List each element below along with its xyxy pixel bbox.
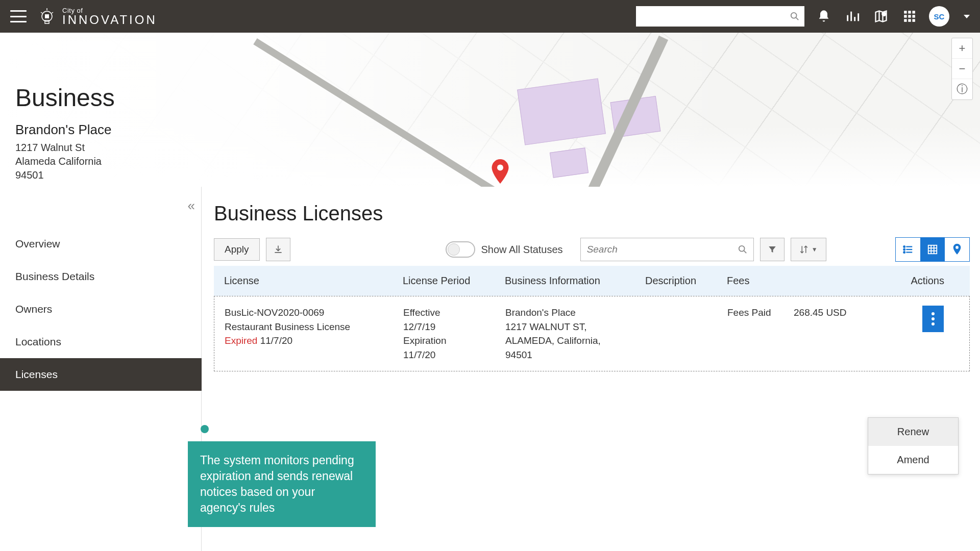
effective-date: 12/7/19 <box>403 320 505 334</box>
grid-view-button[interactable] <box>920 238 945 261</box>
filter-button[interactable] <box>760 238 785 261</box>
svg-rect-16 <box>908 11 911 13</box>
svg-rect-21 <box>904 19 906 21</box>
sidebar-item-business-details[interactable]: Business Details <box>0 260 201 293</box>
col-business-info: Business Information <box>505 275 645 287</box>
top-bar: City of INNOVATION SC <box>0 0 980 33</box>
brand-title: INNOVATION <box>62 14 157 26</box>
page-title: Business Licenses <box>214 202 970 225</box>
apps-icon[interactable] <box>900 7 919 26</box>
business-address-line1: 1217 Walnut St <box>15 141 980 155</box>
license-status: Expired <box>225 335 257 346</box>
lightbulb-icon <box>37 6 57 27</box>
svg-line-4 <box>52 12 53 13</box>
svg-point-31 <box>903 249 905 251</box>
toggle-label: Show All Statuses <box>481 244 563 256</box>
notifications-icon[interactable] <box>815 7 833 26</box>
sort-button[interactable]: ▼ <box>791 238 826 261</box>
table-search-input[interactable] <box>587 244 738 255</box>
table-header: License License Period Business Informat… <box>214 266 970 296</box>
col-description: Description <box>645 275 727 287</box>
analytics-icon[interactable] <box>843 7 862 26</box>
row-biz-addr1: 1217 WALNUT ST, <box>505 320 646 334</box>
license-status-date: 11/7/20 <box>260 335 292 346</box>
svg-rect-19 <box>908 15 911 17</box>
user-menu-caret[interactable] <box>964 15 970 18</box>
svg-point-25 <box>739 246 744 252</box>
menu-button[interactable] <box>10 10 27 22</box>
map-view-button[interactable] <box>945 238 969 261</box>
row-action-menu: Renew Amend <box>868 417 959 474</box>
map-hero: + − ⓘ Business Brandon's Place 1217 Waln… <box>0 33 980 187</box>
row-biz-name: Brandon's Place <box>505 306 646 320</box>
sidebar-item-locations[interactable]: Locations <box>0 325 201 358</box>
row-amount: 268.45 USD <box>794 306 875 320</box>
effective-label: Effective <box>403 306 505 320</box>
svg-rect-23 <box>912 19 915 21</box>
global-search[interactable] <box>636 6 804 27</box>
svg-rect-5 <box>45 14 49 18</box>
svg-point-30 <box>903 246 905 247</box>
row-biz-addr2: ALAMEDA, California, <box>505 334 646 348</box>
show-all-statuses-toggle[interactable] <box>446 241 475 258</box>
svg-rect-17 <box>912 11 915 13</box>
callout-anchor-dot <box>201 425 209 433</box>
business-address-line2: Alameda California <box>15 155 980 168</box>
user-avatar[interactable]: SC <box>929 6 949 27</box>
brand-logo[interactable]: City of INNOVATION <box>37 6 157 27</box>
apply-button[interactable]: Apply <box>214 238 260 261</box>
map-icon[interactable] <box>872 7 890 26</box>
business-zip: 94501 <box>15 168 980 182</box>
svg-line-3 <box>41 12 42 13</box>
expiration-date: 11/7/20 <box>403 348 505 362</box>
col-license: License <box>224 275 403 287</box>
sidebar-item-licenses[interactable]: Licenses <box>0 358 202 391</box>
licenses-table: License License Period Business Informat… <box>214 266 970 371</box>
sidebar-item-owners[interactable]: Owners <box>0 293 201 325</box>
business-header: Business Brandon's Place 1217 Walnut St … <box>0 33 980 187</box>
business-name: Brandon's Place <box>15 122 980 138</box>
svg-line-26 <box>744 251 746 254</box>
license-id: BusLic-NOV2020-0069 <box>225 306 403 320</box>
global-search-input[interactable] <box>641 12 790 21</box>
col-actions: Actions <box>875 275 960 287</box>
svg-point-14 <box>882 12 886 16</box>
row-fees-status: Fees Paid <box>727 306 794 320</box>
table-row[interactable]: BusLic-NOV2020-0069 Restaurant Business … <box>214 296 970 371</box>
info-callout: The system monitors pending expiration a… <box>188 441 376 527</box>
action-amend[interactable]: Amend <box>868 446 958 474</box>
sidebar-item-overview[interactable]: Overview <box>0 228 201 260</box>
search-icon[interactable] <box>790 12 799 21</box>
view-mode-group <box>895 237 970 262</box>
svg-rect-22 <box>908 19 911 21</box>
kebab-icon <box>932 312 935 325</box>
section-title: Business <box>15 84 980 112</box>
svg-point-32 <box>903 252 905 253</box>
expiration-label: Expiration <box>403 334 505 348</box>
svg-point-38 <box>955 246 959 249</box>
svg-rect-33 <box>928 245 937 254</box>
search-icon[interactable] <box>738 245 747 254</box>
collapse-sidebar-button[interactable]: « <box>188 198 193 214</box>
col-amount <box>793 275 875 287</box>
svg-line-7 <box>796 18 799 20</box>
list-view-button[interactable] <box>896 238 920 261</box>
sidebar: « Overview Business Details Owners Locat… <box>0 187 202 551</box>
col-period: License Period <box>403 275 505 287</box>
svg-rect-15 <box>904 11 906 13</box>
svg-rect-20 <box>912 15 915 17</box>
col-fees: Fees <box>727 275 793 287</box>
main-content: « Overview Business Details Owners Locat… <box>0 187 980 551</box>
svg-rect-18 <box>904 15 906 17</box>
table-search[interactable] <box>580 238 754 261</box>
license-type: Restaurant Business License <box>225 320 403 334</box>
download-button[interactable] <box>266 238 290 261</box>
svg-point-6 <box>791 13 797 18</box>
toolbar: Apply Show All Statuses ▼ <box>214 237 970 262</box>
action-renew[interactable]: Renew <box>868 418 958 446</box>
row-biz-zip: 94501 <box>505 348 646 362</box>
row-actions-button[interactable] <box>922 306 944 332</box>
